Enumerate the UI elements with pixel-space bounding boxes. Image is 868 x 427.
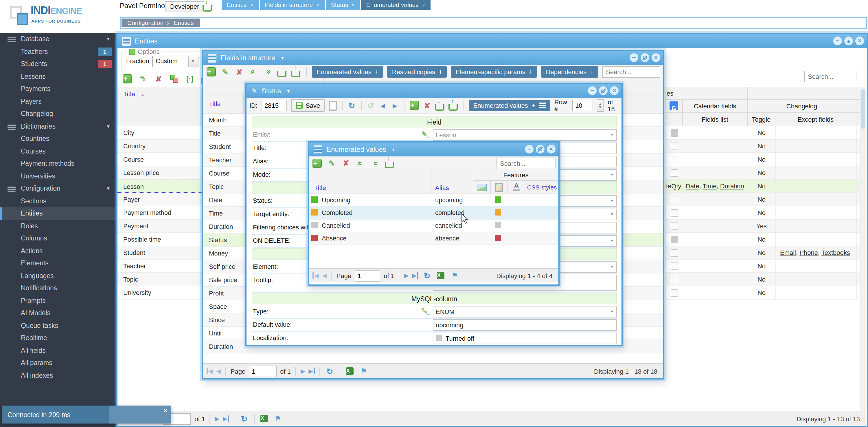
move-down-button[interactable] bbox=[263, 67, 273, 77]
add-button[interactable] bbox=[206, 67, 216, 77]
enum-window-header[interactable]: Enumerated values ▼ bbox=[309, 143, 558, 156]
sidebar-item[interactable]: Actions bbox=[0, 245, 116, 257]
checkbox[interactable] bbox=[671, 276, 678, 283]
edit-combo-icon[interactable] bbox=[421, 130, 431, 139]
element-specific-params-button[interactable]: Element-specific params+ bbox=[451, 66, 537, 78]
checkbox[interactable] bbox=[671, 236, 678, 243]
resized-copies-button[interactable]: Resized copies+ bbox=[388, 66, 447, 78]
flag-button[interactable] bbox=[273, 414, 283, 424]
sidebar-item[interactable]: AI Models bbox=[0, 307, 116, 319]
table-row[interactable]: No Email, Phone, Textbooks bbox=[665, 246, 866, 260]
minimize-button[interactable] bbox=[629, 53, 638, 62]
css-styles-column-header[interactable]: CSS styles bbox=[525, 181, 558, 194]
tab-entities[interactable]: Entities× bbox=[222, 0, 258, 10]
sidebar-item[interactable]: Payers bbox=[0, 95, 116, 108]
page-first-button[interactable]: ◀ bbox=[207, 368, 213, 374]
sidebar-item[interactable]: Universities bbox=[0, 170, 116, 182]
table-row[interactable]: No bbox=[665, 153, 866, 166]
table-row-selected[interactable]: teQty Date, Time, Duration No bbox=[665, 180, 866, 193]
refresh-button[interactable] bbox=[239, 414, 249, 424]
status-window-header[interactable]: ✎ Status ▼ bbox=[247, 84, 621, 98]
list-item[interactable]: Payer bbox=[118, 193, 202, 206]
move-down-button[interactable] bbox=[370, 158, 380, 168]
dependencies-button[interactable]: Dependencies+ bbox=[541, 66, 599, 78]
entities-search-input[interactable] bbox=[804, 71, 857, 82]
edit-button[interactable] bbox=[138, 74, 148, 84]
tab-close-icon[interactable]: × bbox=[250, 2, 253, 8]
link[interactable]: Phone bbox=[799, 249, 818, 256]
row-number-input[interactable] bbox=[572, 99, 593, 111]
tab-enumerated-values[interactable]: Enumerated values× bbox=[361, 0, 431, 10]
chevron-down-icon[interactable]: ▼ bbox=[280, 56, 284, 60]
checkbox[interactable] bbox=[671, 129, 678, 137]
table-row[interactable]: No bbox=[665, 233, 866, 246]
minimize-button[interactable] bbox=[588, 86, 597, 95]
checkbox[interactable] bbox=[671, 169, 678, 177]
link[interactable]: Duration bbox=[720, 182, 744, 190]
enum-row[interactable]: Cancelled cancelled bbox=[309, 219, 558, 232]
alias-column-header[interactable]: Alias bbox=[431, 169, 473, 194]
table-row[interactable]: No bbox=[665, 260, 866, 273]
page-prev-button[interactable]: ◀ bbox=[322, 272, 327, 279]
close-button[interactable] bbox=[855, 36, 864, 45]
list-item[interactable]: Possible time bbox=[118, 233, 202, 246]
sidebar-item[interactable]: Payments bbox=[0, 83, 116, 95]
add-button[interactable] bbox=[312, 158, 322, 168]
page-input[interactable] bbox=[355, 270, 380, 281]
feature-image-column-header[interactable] bbox=[473, 181, 491, 194]
undo-button[interactable] bbox=[367, 100, 375, 111]
table-row[interactable]: No bbox=[665, 206, 866, 220]
table-row[interactable]: Yes bbox=[665, 220, 866, 233]
title-column-header[interactable]: Title bbox=[203, 94, 244, 114]
sidebar-item[interactable]: All params bbox=[0, 357, 116, 369]
tab-status[interactable]: Status× bbox=[326, 0, 360, 10]
table-row[interactable]: No bbox=[665, 166, 866, 180]
table-row[interactable]: No bbox=[665, 193, 866, 206]
sidebar-item[interactable]: Database bbox=[0, 33, 116, 46]
list-item[interactable]: Payment bbox=[118, 220, 202, 233]
list-item[interactable]: Topic bbox=[118, 273, 202, 286]
minimize-button[interactable] bbox=[525, 145, 533, 153]
sidebar-item[interactable]: Students 1 bbox=[0, 58, 116, 70]
save-button[interactable]: Save bbox=[291, 99, 324, 112]
spinner-buttons[interactable] bbox=[597, 99, 603, 112]
page-input[interactable] bbox=[249, 365, 277, 377]
scrollbar-track[interactable] bbox=[860, 87, 866, 411]
refresh-button[interactable] bbox=[422, 270, 432, 281]
feature-gradient-column-header[interactable] bbox=[491, 181, 508, 194]
flag-button[interactable] bbox=[359, 366, 369, 376]
sidebar-item[interactable]: Prompts bbox=[0, 294, 116, 307]
page-next-button[interactable]: ▶ bbox=[215, 416, 219, 422]
table-row[interactable]: No bbox=[665, 140, 866, 153]
export-button[interactable] bbox=[384, 158, 395, 168]
list-item[interactable]: Student bbox=[118, 246, 202, 260]
restore-button[interactable] bbox=[599, 86, 608, 95]
sidebar-item[interactable]: Realtime bbox=[0, 332, 116, 344]
sidebar-item[interactable]: Countries bbox=[0, 133, 116, 145]
excel-export-button[interactable] bbox=[345, 366, 355, 376]
sidebar-item[interactable]: Languages bbox=[0, 270, 116, 282]
page-next-button[interactable]: ▶ bbox=[404, 272, 408, 279]
toast-close-icon[interactable]: × bbox=[163, 407, 167, 414]
list-item[interactable]: University bbox=[118, 286, 202, 300]
checkbox[interactable] bbox=[671, 223, 678, 230]
refresh-button[interactable] bbox=[348, 100, 356, 111]
checkbox[interactable] bbox=[671, 143, 678, 150]
tab-fields-in-structure[interactable]: Fields in structure× bbox=[259, 0, 324, 10]
page-last-button[interactable]: ▶ bbox=[223, 416, 229, 422]
sidebar-item[interactable]: Dictionaries bbox=[0, 120, 116, 133]
table-row[interactable]: No bbox=[665, 286, 866, 300]
prev-record-button[interactable] bbox=[379, 100, 387, 111]
close-button[interactable] bbox=[652, 53, 660, 62]
fields-window-header[interactable]: Fields in structure ▼ bbox=[203, 51, 663, 65]
fields-search-input[interactable] bbox=[602, 66, 660, 78]
restore-button[interactable] bbox=[641, 53, 649, 62]
changelog-group-header[interactable]: Changelog bbox=[748, 99, 857, 113]
import-button[interactable] bbox=[435, 100, 444, 111]
sidebar-item[interactable]: Queue tasks bbox=[0, 319, 116, 332]
checkbox[interactable] bbox=[671, 196, 678, 203]
checkbox[interactable] bbox=[671, 209, 678, 217]
sidebar-item[interactable]: Roles bbox=[0, 220, 116, 232]
sidebar-item[interactable]: Changelog bbox=[0, 108, 116, 120]
import-button[interactable] bbox=[277, 67, 287, 77]
